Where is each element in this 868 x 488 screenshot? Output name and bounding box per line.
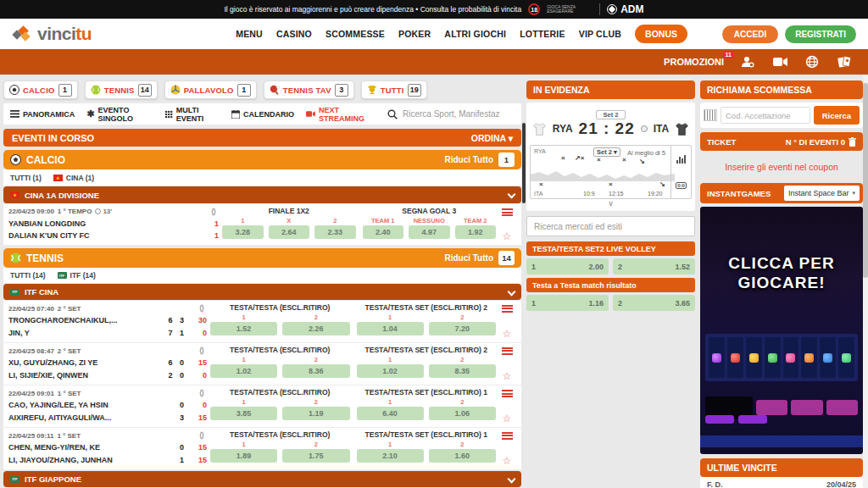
games-cards-icon[interactable]	[836, 55, 853, 69]
subnav-multi-eventi[interactable]: MULTI EVENTI	[165, 106, 220, 123]
stream-icon[interactable]: ⟨⟩	[199, 389, 203, 397]
all-markets-icon[interactable]	[502, 347, 513, 356]
odd-button[interactable]: 1.06	[429, 407, 496, 420]
tab-calcio[interactable]: CALCIO 1	[3, 80, 78, 99]
nav-altri-giochi[interactable]: ALTRI GIOCHI	[444, 29, 506, 39]
tab-tennis[interactable]: TENNIS 14	[85, 80, 158, 99]
odd-button[interactable]: 2.26	[282, 322, 349, 336]
tab-count: 1	[58, 84, 72, 97]
codice-accettazione-input[interactable]	[721, 107, 810, 124]
odd-button[interactable]: 7.20	[429, 322, 496, 336]
nav-lotterie[interactable]: LOTTERIE	[520, 29, 565, 39]
filter-tutti-tennis[interactable]: TUTTI (14)	[10, 271, 46, 280]
stream-icon[interactable]: ⟨⟩	[199, 304, 203, 313]
tab-tutti[interactable]: TUTTI 19	[361, 80, 427, 99]
odd-label: TEAM 1	[363, 217, 404, 225]
accedi-button[interactable]: ACCEDI	[722, 25, 778, 43]
league-itf-giappone[interactable]: ITF ITF GIAPPONE	[3, 471, 521, 487]
odd-button[interactable]: 4.97	[409, 225, 450, 239]
tennis-section-header[interactable]: TENNIS Riduci Tutto 14	[3, 248, 521, 268]
match-period: 1 ° SET	[57, 432, 81, 440]
nav-scommesse[interactable]: SCOMMESSE	[326, 29, 385, 39]
nav-casino[interactable]: CASINO	[276, 29, 312, 39]
odd-button[interactable]: 1.19	[282, 407, 349, 420]
league-itf-cina[interactable]: ITF ITF CINA	[3, 284, 521, 300]
registrati-button[interactable]: REGISTRATI	[785, 25, 856, 43]
filter-cina[interactable]: ★ CINA (1)	[53, 174, 94, 182]
odd-button[interactable]: 1.02	[210, 364, 277, 378]
nav-poker[interactable]: POKER	[398, 29, 431, 39]
filter-tutti-calcio[interactable]: TUTTI (1)	[10, 174, 42, 182]
all-markets-icon[interactable]	[502, 305, 513, 313]
calcio-section-header[interactable]: CALCIO Riduci Tutto 1	[3, 150, 521, 169]
odd-button[interactable]: 1.89	[210, 449, 277, 463]
vincitu-logo[interactable]: vincitu	[12, 24, 92, 44]
odd-button[interactable]: 1.75	[282, 449, 349, 463]
market-search-input[interactable]	[526, 216, 695, 236]
riduci-tutto-calcio[interactable]: Riduci Tutto	[444, 155, 493, 164]
tab-tennis-tavolo[interactable]: TENNIS TAV 3	[264, 80, 354, 99]
nav-menu[interactable]: MENU	[236, 29, 263, 39]
favorite-star-icon[interactable]: ☆	[503, 231, 512, 241]
league-cina-1a-divisione[interactable]: ★ CINA 1A DIVISIONE	[3, 186, 521, 203]
user-settings-icon[interactable]	[739, 55, 756, 69]
outcome-button[interactable]: 12.00	[526, 258, 609, 274]
trash-icon[interactable]	[849, 137, 856, 147]
outcome-value: 2.00	[588, 263, 604, 271]
nav-vip-club[interactable]: VIP CLUB	[579, 29, 621, 39]
subnav-evento-singolo[interactable]: ✱ EVENTO SINGOLO	[86, 106, 153, 123]
subnav-panoramica[interactable]: PANORAMICA	[10, 110, 75, 119]
ordina-dropdown[interactable]: ORDINA ▾	[471, 133, 513, 143]
riduci-tutto-tennis[interactable]: Riduci Tutto	[444, 253, 493, 263]
section-count: 1	[498, 152, 515, 167]
odd-button[interactable]: 1.02	[357, 364, 424, 378]
stats-bars-icon[interactable]	[676, 155, 686, 164]
ricerca-button[interactable]: Ricerca	[814, 106, 860, 125]
sport-search-input[interactable]	[403, 109, 515, 119]
team-name: TRONGCHAROENCHAIKUL,...	[8, 316, 168, 324]
odd-button[interactable]: 3.28	[222, 225, 264, 239]
instantgame-select[interactable]: Instant Space Bar▾	[784, 186, 860, 201]
favorite-star-icon[interactable]: ☆	[503, 371, 512, 381]
left-column-scrollbar[interactable]	[522, 123, 526, 203]
video-icon[interactable]	[771, 55, 788, 69]
odd-button[interactable]: 2.64	[269, 225, 310, 239]
tab-pallavolo[interactable]: PALLAVOLO 1	[164, 80, 257, 99]
odd-button[interactable]: 1.04	[357, 322, 424, 336]
stream-icon[interactable]: ⟨⟩	[199, 431, 203, 440]
odd-button[interactable]: 6.40	[357, 407, 424, 420]
favorite-star-icon[interactable]: ☆	[503, 413, 512, 424]
subnav-next-streaming[interactable]: NEXT STREAMING	[306, 106, 376, 123]
all-markets-icon[interactable]	[502, 432, 513, 441]
stream-icon[interactable]: ⟨⟩	[211, 208, 215, 216]
favorite-star-icon[interactable]: ☆	[503, 329, 512, 339]
subnav-label: EVENTO SINGOLO	[98, 106, 154, 123]
odd-button[interactable]: 8.36	[282, 364, 349, 378]
odd-button[interactable]: 3.85	[210, 407, 277, 420]
expand-chevron-icon[interactable]: ∨	[530, 199, 692, 209]
page-scrollbar[interactable]	[863, 75, 868, 488]
team-points: 15	[192, 456, 207, 464]
odd-button[interactable]: 2.33	[314, 225, 356, 239]
odd-button[interactable]: 2.40	[363, 225, 404, 239]
favorite-star-icon[interactable]: ☆	[503, 456, 512, 466]
odd-button[interactable]: 1.60	[429, 449, 496, 463]
outcome-button[interactable]: 11.16	[526, 295, 609, 311]
all-markets-icon[interactable]	[502, 390, 513, 398]
promozioni-badge: 11	[723, 51, 734, 58]
outcome-button[interactable]: 21.52	[613, 258, 695, 274]
stream-icon[interactable]: ⟨⟩	[199, 347, 203, 355]
list-icon	[10, 110, 19, 118]
odd-button[interactable]: 2.10	[357, 449, 424, 463]
subnav-calendario[interactable]: CALENDARIO	[231, 110, 294, 119]
instantgame-banner[interactable]: CLICCA PER GIOCARE!	[700, 207, 863, 454]
outcome-button[interactable]: 23.65	[613, 295, 695, 311]
all-markets-icon[interactable]	[502, 208, 513, 217]
odd-button[interactable]: 1.92	[455, 225, 497, 239]
promozioni-link[interactable]: PROMOZIONI 11	[664, 57, 724, 67]
filter-itf[interactable]: ITF ITF (14)	[58, 271, 96, 280]
globe-icon[interactable]	[804, 55, 821, 69]
odd-button[interactable]: 1.52	[210, 322, 277, 336]
nav-bonus-button[interactable]: BONUS	[635, 25, 687, 43]
odd-button[interactable]: 8.35	[429, 364, 496, 378]
